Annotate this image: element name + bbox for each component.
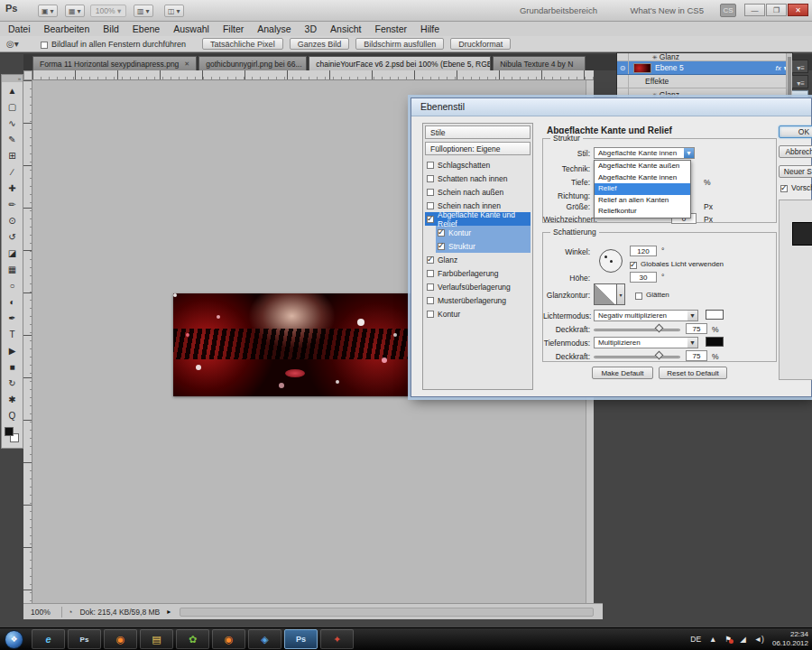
folder-icon[interactable]: ▤ <box>140 629 173 649</box>
tray-expand-icon[interactable]: ▲ <box>709 635 716 644</box>
eraser-tool-icon[interactable]: ◪ <box>2 245 23 261</box>
layer-row[interactable]: ⊙ ◑ Effekte fx ▾ <box>617 75 792 88</box>
ok-button[interactable]: OK <box>779 125 812 138</box>
deckkraft-lichter-slider[interactable] <box>594 329 680 331</box>
close-button[interactable]: ✕ <box>788 4 808 16</box>
new-style-button[interactable]: Neuer Stil... <box>779 165 812 178</box>
move-tool-icon[interactable]: ▲ <box>2 82 23 98</box>
dropdown-option[interactable]: Relief <box>595 183 690 195</box>
layer-style-option[interactable]: Schlagschatten <box>425 158 531 172</box>
style-checkbox[interactable] <box>427 256 434 264</box>
tools-panel-collapse[interactable]: » <box>2 75 23 82</box>
language-indicator[interactable]: DE <box>690 635 701 644</box>
whats-new-link[interactable]: What's New in CS5 <box>630 5 704 15</box>
options-button[interactable]: Bildschirm ausfüllen <box>355 38 444 50</box>
style-checkbox[interactable] <box>427 270 434 277</box>
dropdown-option[interactable]: Reliefkontur <box>595 206 690 218</box>
deckkraft-tiefen-slider[interactable] <box>594 356 680 358</box>
status-zoom-value[interactable]: 100% <box>31 608 61 617</box>
menu-item[interactable]: 3D <box>305 23 317 34</box>
eyedropper-tool-icon[interactable]: ∕ <box>2 163 23 180</box>
highlight-color-swatch[interactable] <box>706 310 724 320</box>
minimize-button[interactable]: — <box>744 4 765 16</box>
style-checkbox[interactable] <box>427 297 434 304</box>
style-checkbox[interactable] <box>427 189 434 196</box>
menu-item[interactable]: Filter <box>223 23 244 34</box>
options-button[interactable]: Tatsächliche Pixel <box>202 38 283 50</box>
shape-tool-icon[interactable]: ■ <box>2 358 23 375</box>
deckkraft-lichter-field[interactable]: 75 <box>686 323 707 334</box>
gradient-tool-icon[interactable]: ▦ <box>2 261 23 277</box>
photoshop-icon[interactable]: Ps <box>284 629 318 649</box>
blur-tool-icon[interactable]: ○ <box>2 277 23 293</box>
dropdown-option[interactable]: Abgeflachte Kante außen <box>595 161 690 172</box>
layer-row[interactable]: ⊙ ◑ Ebene 5 fx ▾ <box>617 61 792 75</box>
menu-item[interactable]: Hilfe <box>420 23 439 34</box>
chevron-down-icon[interactable]: ▼ <box>687 311 697 320</box>
rotate-3d-tool-icon[interactable]: ↻ <box>2 375 23 391</box>
hoehe-field[interactable]: 30 <box>630 272 657 283</box>
blue-app-icon[interactable]: ◈ <box>248 629 281 649</box>
slider-knob[interactable] <box>655 351 664 360</box>
network-icon[interactable]: ◢ <box>740 635 746 644</box>
layer-style-option[interactable]: Abgeflachte Kante und Relief <box>425 212 531 226</box>
menu-item[interactable]: Datei <box>8 23 31 34</box>
make-default-button[interactable]: Make Default <box>592 367 653 379</box>
cs-live-icon[interactable]: CS <box>720 4 736 17</box>
zoom-level-dropdown[interactable]: 100% ▾ <box>90 5 126 17</box>
firefox-icon[interactable]: ◉ <box>104 629 137 649</box>
menu-item[interactable]: Auswahl <box>173 23 209 34</box>
menu-item[interactable]: Analyse <box>257 23 291 34</box>
document-tab[interactable]: gothicbunnygirl.png bei 66...✕ <box>198 56 307 70</box>
vorschau-checkbox[interactable]: Vorschau <box>780 183 812 192</box>
angle-dial[interactable] <box>599 249 623 273</box>
brush-tool-icon[interactable]: ✏ <box>2 196 23 212</box>
style-checkbox[interactable] <box>427 202 434 209</box>
chevron-down-icon[interactable]: ▼ <box>684 148 694 158</box>
panel-menu-icon[interactable]: ▾≡ <box>797 79 805 88</box>
quick-selection-tool-icon[interactable]: ✎ <box>2 131 23 147</box>
cancel-button[interactable]: Abbrechen <box>779 145 812 158</box>
view-extras-icon[interactable]: ▣▾ <box>38 5 58 17</box>
layer-style-option[interactable]: Verlaufsüberlagerung <box>425 280 531 293</box>
layer-style-option[interactable]: Schatten nach innen <box>425 172 531 185</box>
layer-style-option[interactable]: Kontur <box>425 307 531 320</box>
lasso-tool-icon[interactable]: ∿ <box>2 115 23 131</box>
scroll-tool-icon[interactable]: ◎▾ <box>6 39 28 49</box>
visibility-toggle[interactable]: ⊙ <box>617 75 629 88</box>
visibility-toggle[interactable]: ⊙ <box>617 53 629 60</box>
arrange-documents-icon[interactable]: ▥▾ <box>134 5 153 17</box>
document-tab[interactable]: chainieYourFace v6 2.psd bei 100% (Ebene… <box>309 56 491 70</box>
layer-row[interactable]: ⊙ ◑ Glanz fx ▾ <box>617 53 792 61</box>
clone-stamp-tool-icon[interactable]: ⊙ <box>2 212 23 228</box>
taskbar-clock[interactable]: 22:34 06.10.2012 <box>772 630 808 648</box>
crop-tool-icon[interactable]: ⊞ <box>2 147 23 163</box>
red-app-icon[interactable]: ✦ <box>320 629 354 649</box>
tiefenmodus-dropdown[interactable]: Multiplizieren ▼ <box>594 337 698 348</box>
winkel-field[interactable]: 120 <box>630 246 657 256</box>
reset-default-button[interactable]: Reset to Default <box>659 367 727 379</box>
history-brush-tool-icon[interactable]: ↺ <box>2 228 23 245</box>
volume-icon[interactable]: ◄) <box>754 635 764 644</box>
style-checkbox[interactable] <box>438 229 445 237</box>
explorer-photoshop-folder-icon[interactable]: Ps <box>68 629 101 649</box>
panel-menu-icon[interactable]: ▾≡ <box>797 64 805 72</box>
dropdown-option[interactable]: Relief an allen Kanten <box>595 195 690 207</box>
dodge-tool-icon[interactable]: ◐ <box>2 293 23 310</box>
menu-item[interactable]: Bild <box>103 23 119 34</box>
menu-item[interactable]: Fenster <box>374 23 407 34</box>
dropdown-option[interactable]: Abgeflachte Kante innen <box>595 172 690 184</box>
layer-style-option[interactable]: Struktur <box>436 239 531 253</box>
chevron-down-icon[interactable]: ▼ <box>687 338 697 348</box>
status-menu-arrow-icon[interactable]: ▸ <box>167 608 171 616</box>
options-button[interactable]: Ganzes Bild <box>290 38 350 50</box>
style-checkbox[interactable] <box>427 162 434 169</box>
action-center-flag-icon[interactable]: ⚑ <box>725 635 733 644</box>
dialog-titlebar[interactable]: Ebenenstil <box>411 98 811 116</box>
style-checkbox[interactable] <box>427 283 434 291</box>
hand-tool-icon[interactable]: ✱ <box>2 391 23 407</box>
restore-button[interactable]: ❐ <box>766 4 787 16</box>
path-selection-tool-icon[interactable]: ▶ <box>2 342 23 358</box>
type-tool-icon[interactable]: T <box>2 326 23 342</box>
stil-dropdown[interactable]: Abgeflachte Kante innen ▼ <box>594 147 695 159</box>
